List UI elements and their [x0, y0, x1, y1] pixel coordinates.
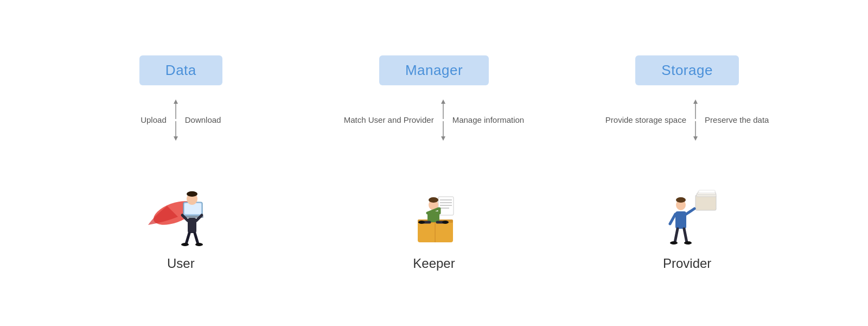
column-storage: Storage Provide storage space Preserve t… [573, 55, 801, 271]
figure-keeper [380, 152, 488, 249]
svg-line-52 [684, 229, 687, 242]
svg-point-53 [670, 241, 678, 244]
double-arrow-manager [439, 98, 447, 142]
user-svg [137, 154, 224, 247]
svg-marker-3 [174, 136, 178, 141]
label-provide: Provide storage space [605, 115, 686, 124]
badge-data: Data [139, 55, 222, 85]
svg-rect-6 [184, 203, 201, 214]
arrow-group-manager: Match User and Provider Manage informati… [344, 98, 524, 142]
arrow-group-data: Upload Download [141, 98, 221, 142]
svg-point-16 [195, 243, 203, 246]
label-preserve: Preserve the data [705, 115, 769, 124]
svg-marker-41 [693, 136, 698, 141]
label-manage: Manage information [452, 115, 525, 124]
double-arrow-storage [692, 98, 699, 142]
svg-marker-20 [441, 136, 445, 141]
svg-marker-38 [693, 99, 698, 104]
provider-svg [644, 154, 731, 247]
figure-provider [633, 152, 742, 249]
double-arrow-data [172, 98, 180, 142]
badge-storage: Storage [635, 55, 739, 85]
svg-point-31 [429, 197, 438, 203]
svg-line-49 [670, 214, 675, 224]
column-data: Data Upload Download [67, 55, 295, 271]
svg-point-48 [676, 197, 686, 203]
figure-user [126, 152, 235, 249]
svg-rect-8 [188, 218, 196, 233]
arrow-group-storage: Provide storage space Preserve the data [605, 98, 769, 142]
svg-line-13 [186, 233, 189, 244]
diagram: Data Upload Download [54, 22, 814, 304]
role-user: User [167, 256, 195, 271]
role-keeper: Keeper [413, 256, 455, 271]
svg-point-36 [418, 221, 425, 224]
badge-manager: Manager [379, 55, 489, 85]
svg-marker-0 [174, 99, 178, 104]
svg-point-54 [684, 241, 692, 244]
svg-point-37 [442, 221, 449, 224]
svg-line-51 [675, 229, 678, 242]
keeper-svg [391, 154, 477, 247]
svg-line-50 [686, 209, 694, 214]
svg-marker-17 [441, 99, 445, 104]
svg-rect-45 [699, 190, 715, 193]
svg-point-15 [181, 243, 189, 246]
label-match: Match User and Provider [344, 115, 434, 124]
label-download: Download [185, 115, 221, 124]
column-manager: Manager Match User and Provider Manage i… [320, 55, 548, 271]
svg-line-14 [195, 233, 198, 244]
svg-point-10 [187, 191, 197, 197]
svg-rect-42 [695, 195, 716, 210]
label-upload: Upload [141, 115, 167, 124]
role-provider: Provider [663, 256, 711, 271]
svg-rect-46 [675, 211, 686, 229]
